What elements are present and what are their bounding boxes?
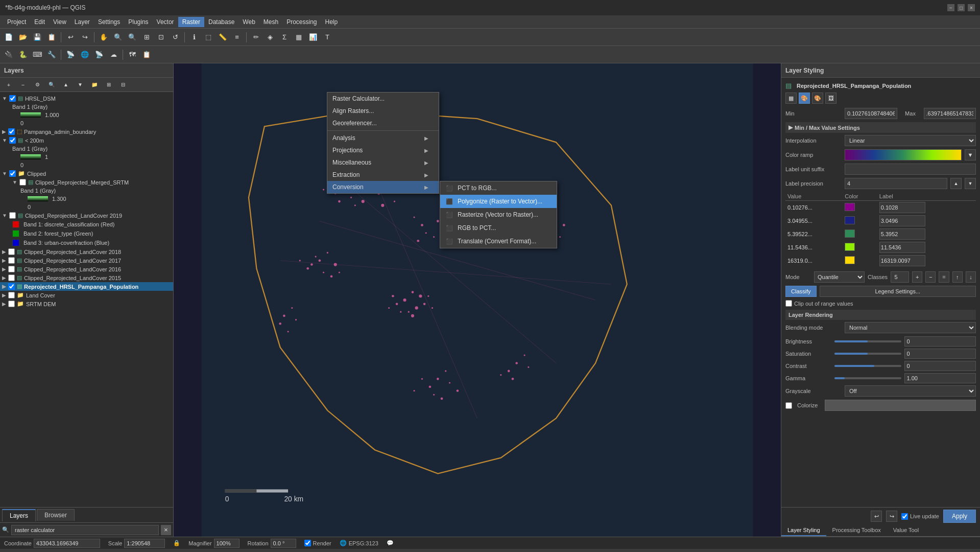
attribute-table-button[interactable]: ≡ — [230, 31, 244, 44]
magnifier-input[interactable] — [214, 539, 240, 548]
layer-reprojected-hrsl[interactable]: ▶ ▤ Reprojected_HRSL_Pampanga_Population — [0, 282, 173, 291]
python-btn[interactable]: 🐍 — [16, 48, 30, 61]
console-btn[interactable]: ⌨ — [31, 48, 44, 61]
mode-select[interactable]: Quantile Equal Interval Natural Breaks — [814, 271, 865, 283]
extraction-item[interactable]: Extraction ▶ — [327, 169, 439, 181]
menu-processing[interactable]: Processing — [282, 17, 321, 27]
miscellaneous-item[interactable]: Miscellaneous ▶ — [327, 156, 439, 169]
color-swatch[interactable] — [845, 216, 855, 224]
close-button[interactable]: × — [968, 4, 975, 11]
clip-range-checkbox[interactable] — [785, 300, 792, 307]
layer-visibility-checkbox[interactable] — [8, 128, 15, 135]
layer-visibility-checkbox[interactable] — [9, 170, 16, 177]
color-cell[interactable] — [843, 254, 877, 267]
live-update-checkbox[interactable] — [901, 513, 908, 520]
save-as-button[interactable]: 📋 — [45, 31, 58, 44]
layer-landcover2019[interactable]: ▼ ▤ Clipped_Reprojected_LandCover 2019 — [0, 211, 173, 220]
identify-button[interactable]: ℹ — [187, 31, 201, 44]
analysis-item[interactable]: Analysis ▶ — [327, 132, 439, 144]
classify-button[interactable]: Classify — [785, 286, 817, 297]
debug-btn[interactable]: 🔧 — [45, 48, 58, 61]
redo-button[interactable]: ↪ — [78, 31, 91, 44]
paletted-btn[interactable]: 🎨 — [812, 93, 823, 104]
label-unit-input[interactable] — [845, 164, 976, 175]
color-cell[interactable] — [843, 241, 877, 254]
label-cell[interactable] — [877, 214, 976, 227]
rasterize-item[interactable]: ⬛ Rasterize (Vector to Raster)... — [440, 208, 557, 221]
colorize-checkbox[interactable] — [785, 402, 792, 409]
layer-landcover2015[interactable]: ▶ ▤ Clipped_Reprojected_LandCover 2015 — [0, 273, 173, 282]
brightness-value-input[interactable] — [904, 336, 976, 347]
align-rasters-item[interactable]: Align Rasters... — [327, 105, 439, 117]
measure-button[interactable]: 📏 — [216, 31, 229, 44]
layer-hrsl-dsm[interactable]: ▼ ▤ HRSL_DSM — [0, 94, 173, 103]
filter-layers-button[interactable]: 🔍 — [45, 78, 58, 91]
tab-processing-toolbox[interactable]: Processing Toolbox — [826, 525, 887, 536]
zoom-full-button[interactable]: ⊞ — [140, 31, 153, 44]
layer-landcover2018[interactable]: ▶ ▤ Clipped_Reprojected_LandCover 2018 — [0, 247, 173, 256]
color-ramp-preview[interactable] — [845, 149, 962, 160]
menu-plugins[interactable]: Plugins — [124, 17, 152, 27]
wfs-btn[interactable]: 📡 — [92, 48, 106, 61]
atlas-btn[interactable]: 🗺 — [126, 48, 139, 61]
layer-landcover2017[interactable]: ▶ ▤ Clipped_Reprojected_LandCover 2017 — [0, 256, 173, 265]
translate-item[interactable]: ⬛ Translate (Convert Format)... — [440, 235, 557, 248]
zoom-out-button[interactable]: 🔍 — [126, 31, 139, 44]
tab-browser[interactable]: Browser — [37, 509, 75, 521]
maximize-button[interactable]: □ — [958, 4, 965, 11]
save-project-button[interactable]: 💾 — [31, 31, 44, 44]
select-button[interactable]: ⬚ — [202, 31, 215, 44]
messages-button[interactable]: 💬 — [387, 540, 394, 546]
undo-style-button[interactable]: ↩ — [871, 511, 882, 522]
redo-style-button[interactable]: ↪ — [886, 511, 897, 522]
new-project-button[interactable]: 📄 — [2, 31, 15, 44]
color-cell[interactable] — [843, 227, 877, 241]
zoom-in-button[interactable]: 🔍 — [111, 31, 125, 44]
label-input[interactable] — [879, 228, 925, 240]
grayscale-select[interactable]: Off By lightness By luminosity — [845, 385, 976, 397]
open-layer-properties-button[interactable]: ⚙ — [31, 78, 44, 91]
layer-visibility-checkbox[interactable] — [8, 301, 15, 307]
add-layer-button[interactable]: + — [2, 78, 15, 91]
menu-project[interactable]: Project — [3, 17, 30, 27]
save-button[interactable]: ↓ — [966, 271, 976, 283]
expand-all-button[interactable]: ⊞ — [102, 78, 115, 91]
layer-lt200m[interactable]: ▼ ▤ < 200m — [0, 136, 173, 145]
color-swatch[interactable] — [845, 203, 855, 211]
min-input[interactable] — [845, 108, 897, 119]
move-layer-up-button[interactable]: ▲ — [59, 78, 73, 91]
gps-btn[interactable]: 📡 — [64, 48, 77, 61]
menu-edit[interactable]: Edit — [30, 17, 49, 27]
label-button[interactable]: T — [321, 31, 334, 44]
layer-visibility-checkbox[interactable] — [8, 292, 15, 298]
layer-srtm-dem-group[interactable]: ▶ 📁 SRTM DEM — [0, 300, 173, 308]
menu-help[interactable]: Help — [321, 17, 342, 27]
window-controls[interactable]: − □ × — [947, 4, 975, 11]
rgb-to-pct-item[interactable]: ⬛ RGB to PCT... — [440, 221, 557, 235]
layer-visibility-checkbox[interactable] — [8, 266, 15, 272]
minimize-button[interactable]: − — [947, 4, 954, 11]
saturation-value-input[interactable] — [904, 349, 976, 359]
menu-web[interactable]: Web — [238, 17, 259, 27]
menu-database[interactable]: Database — [204, 17, 238, 27]
pan-button[interactable]: ✋ — [97, 31, 110, 44]
remove-layer-button[interactable]: − — [16, 78, 30, 91]
equal-button[interactable]: = — [939, 271, 949, 283]
add-class-button[interactable]: + — [912, 271, 922, 283]
classes-input[interactable] — [891, 271, 909, 283]
colorize-color-picker[interactable] — [825, 400, 976, 411]
label-input[interactable] — [879, 255, 925, 266]
filter-button[interactable]: ▦ — [292, 31, 305, 44]
color-swatch[interactable] — [845, 243, 855, 251]
layer-visibility-checkbox[interactable] — [9, 212, 16, 219]
rotation-input[interactable] — [271, 539, 296, 548]
contrast-value-input[interactable] — [904, 361, 976, 371]
layer-visibility-checkbox[interactable] — [9, 95, 16, 102]
precision-up[interactable]: ▲ — [950, 178, 962, 189]
layer-clipped-srtm[interactable]: ▼ ▤ Clipped_Reprojected_Merged_SRTM — [10, 178, 173, 187]
layer-visibility-checkbox[interactable] — [19, 179, 26, 186]
color-swatch[interactable] — [845, 229, 855, 238]
legend-settings-button[interactable]: Legend Settings... — [820, 286, 976, 297]
layer-visibility-checkbox[interactable] — [9, 137, 16, 144]
group-button[interactable]: 📁 — [88, 78, 101, 91]
